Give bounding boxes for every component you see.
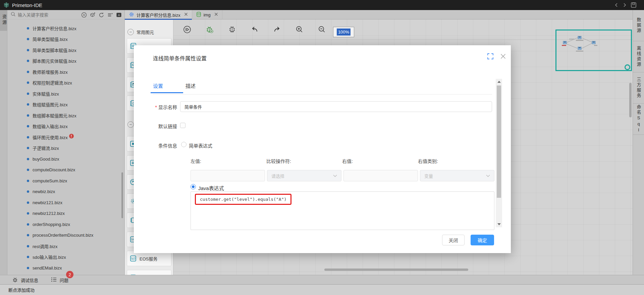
scroll-down-icon[interactable] <box>497 223 501 225</box>
right-panel-section-label: 命名Sql <box>636 105 642 133</box>
right-type-select[interactable]: 变量 <box>420 170 494 181</box>
tree-item[interactable]: newbiz.bizx <box>7 186 124 197</box>
close-button[interactable]: 关闭 <box>442 235 465 245</box>
undo-icon[interactable] <box>249 24 260 35</box>
tree-item[interactable]: computeSum.bizx <box>7 175 124 186</box>
ok-button[interactable]: 确定 <box>471 235 494 245</box>
tab-description[interactable]: 描述 <box>185 82 196 94</box>
close-icon[interactable] <box>500 53 506 59</box>
zoom-in-icon[interactable] <box>294 24 305 35</box>
file-name: 教师新增服务.bizx <box>33 69 68 75</box>
tree-item[interactable]: 数组脚本赋值图元.bizx <box>7 110 124 121</box>
problems-tab[interactable]: 问题 <box>51 275 68 285</box>
debug-run-icon[interactable] <box>204 24 215 35</box>
tree-item[interactable]: 子逻辑流.bizx <box>7 143 124 154</box>
debug-info-tab[interactable]: 调试信息 <box>12 275 38 285</box>
tree-item[interactable]: 循环图元使用.bizx ! <box>7 132 124 143</box>
tree-item[interactable]: sendEMail.bizx <box>7 262 124 274</box>
tree-item[interactable]: rest调用.bizx <box>7 241 124 252</box>
zoom-level-value: 100% <box>337 28 351 36</box>
tree-item[interactable]: 简单类型脚本赋值.bizx <box>7 45 124 56</box>
tree-item[interactable]: 实体赋值.bizx <box>7 88 124 99</box>
chevron-down-icon <box>333 173 337 178</box>
tree-item[interactable]: 权限控制逻辑流.bizx <box>7 77 124 88</box>
file-bullet-icon <box>27 93 29 95</box>
condition-info-label: 条件信息 <box>151 142 177 149</box>
simple-expression-radio[interactable] <box>181 142 186 147</box>
minimap-resize-handle[interactable] <box>625 64 630 70</box>
tree-item[interactable]: newbiz121.bizx <box>7 197 124 208</box>
palette-section-header[interactable]: − <box>127 121 134 128</box>
fullscreen-icon[interactable] <box>487 53 494 60</box>
tree-scrollbar[interactable] <box>121 172 123 218</box>
operator-select[interactable]: 请选择 <box>267 170 341 181</box>
tree-item[interactable]: 脚本图元实体赋值.bizx <box>7 56 124 67</box>
display-name-label: 显示名称 <box>151 104 177 110</box>
tab-close-icon[interactable] <box>214 12 218 17</box>
left-value-input[interactable] <box>191 170 265 181</box>
sort-icon[interactable] <box>107 12 113 18</box>
tree-item[interactable]: orderShopping.bizx <box>7 219 124 230</box>
problems-list-icon <box>51 277 57 283</box>
refresh-icon[interactable] <box>99 12 104 18</box>
tab-close-icon[interactable] <box>184 12 188 17</box>
zoom-level-input[interactable]: 100% <box>333 27 354 37</box>
nav-back-icon[interactable] <box>614 3 619 7</box>
scroll-up-icon[interactable] <box>497 81 501 83</box>
right-panel-section[interactable]: 数据源 <box>633 10 644 41</box>
operator-column-header: 比较操作符: <box>266 158 291 164</box>
tab-logic-flow[interactable]: 计算客户积分信息.bizx <box>125 10 192 19</box>
tree-item[interactable]: 教师新增服务.bizx <box>7 66 124 77</box>
tree-item[interactable]: computeDiscount.bizx <box>7 165 124 176</box>
ai-assistant-icon[interactable]: AI <box>81 12 87 18</box>
resources-panel-tab[interactable]: 资源 <box>0 10 7 31</box>
tab-img[interactable]: img <box>192 10 222 19</box>
right-panel-section[interactable]: 命名Sql <box>633 104 644 135</box>
tab-label: img <box>204 12 211 17</box>
file-name: newbiz121.bizx <box>33 200 62 205</box>
canvas-horizontal-scrollbar[interactable] <box>324 269 468 271</box>
minimap-diagram <box>556 31 631 70</box>
right-panel-section[interactable]: 离线资源 <box>633 41 644 72</box>
title-bar: Primeton-IDE <box>0 0 644 10</box>
tree-item[interactable]: 简单类型赋值.bizx <box>7 34 124 45</box>
right-value-input[interactable] <box>343 170 418 181</box>
tree-item[interactable]: processOrderItemDiscount.bizx <box>7 230 124 241</box>
java-expression-editor[interactable]: customer.get("level").equals("A") <box>191 191 494 230</box>
file-bullet-icon <box>27 212 29 215</box>
new-model-icon[interactable] <box>90 12 96 18</box>
right-panel-section-label: 数据源 <box>636 17 642 34</box>
dialog-scrollbar[interactable] <box>496 79 502 227</box>
search-box[interactable]: 输入关键字搜索 <box>7 11 48 18</box>
translate-icon[interactable]: A <box>116 12 122 18</box>
collapse-icon[interactable]: − <box>127 29 134 35</box>
tree-item[interactable]: sdo输入输出.bizx <box>7 252 124 263</box>
minimap[interactable] <box>555 30 632 71</box>
dialog-scrollbar-thumb[interactable] <box>497 85 501 198</box>
condition-properties-dialog: 连线简单条件属性设置 设置 描述 显示名称 默认链接 条件信息 简单表达式 左值… <box>134 45 511 253</box>
zoom-out-icon[interactable] <box>317 24 327 35</box>
save-icon[interactable] <box>631 2 637 8</box>
tree-item[interactable]: 数组赋值图元.bizx <box>7 99 124 110</box>
chevron-down-icon <box>486 173 490 178</box>
tree-item[interactable]: 计算客户积分信息.bizx <box>7 23 124 34</box>
error-badge: ! <box>69 134 74 138</box>
resource-explorer: 输入关键字搜索 AI A 计算客户积分信息.bizx <box>7 10 125 275</box>
tree-item[interactable]: 数组输入输出.bizx <box>7 121 124 132</box>
run-icon[interactable] <box>182 24 193 35</box>
tree-item[interactable]: newbiz1212.bizx <box>7 208 124 219</box>
nav-forward-icon[interactable] <box>623 3 627 7</box>
display-name-input[interactable] <box>180 101 492 112</box>
right-panel: 数据源 离线资源 三方服务 命名Sql <box>633 10 644 284</box>
redo-icon[interactable] <box>272 24 282 35</box>
java-expression-radio[interactable] <box>191 184 196 189</box>
file-bullet-icon <box>27 71 29 73</box>
debug-settings-icon[interactable] <box>227 24 237 35</box>
palette-section-header[interactable]: − 常用图元 <box>127 29 154 35</box>
tree-item[interactable]: buyGood.bizx <box>7 154 124 165</box>
right-panel-section[interactable]: 三方服务 <box>633 72 644 104</box>
default-link-checkbox[interactable] <box>180 123 185 128</box>
collapse-icon[interactable]: − <box>127 121 134 128</box>
canvas-vertical-scrollbar[interactable] <box>629 83 632 117</box>
file-name: 简单类型赋值.bizx <box>33 36 68 42</box>
